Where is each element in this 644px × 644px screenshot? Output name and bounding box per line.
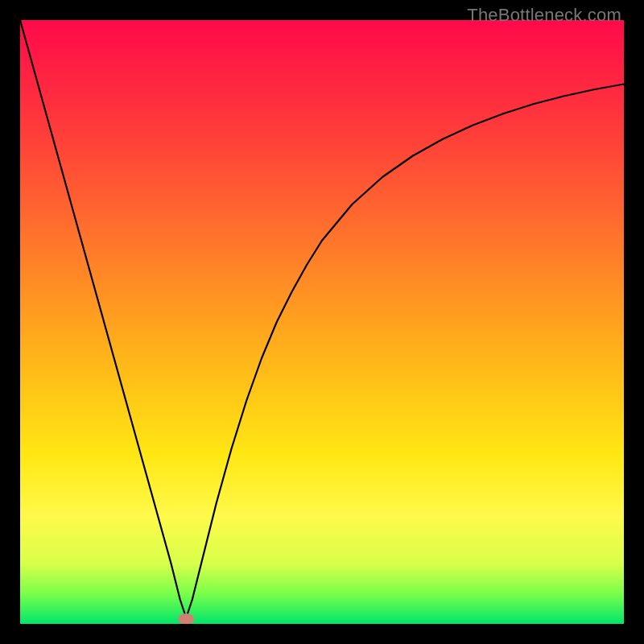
- bottleneck-chart-canvas: [20, 20, 624, 624]
- watermark-label: TheBottleneck.com: [467, 5, 621, 26]
- chart-frame: [20, 20, 624, 624]
